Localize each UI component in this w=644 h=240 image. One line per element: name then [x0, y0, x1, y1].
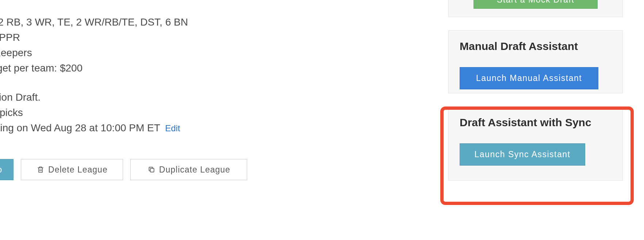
sidebar: Start a Mock Draft Manual Draft Assistan… — [448, 0, 623, 194]
league-details: B, 2 RB, 3 WR, TE, 2 WR/RB/TE, DST, 6 BN… — [0, 15, 314, 180]
draft-sync-panel: Draft Assistant with Sync Launch Sync As… — [448, 107, 623, 181]
launch-manual-assistant-button[interactable]: Launch Manual Assistant — [460, 67, 598, 89]
draft-sync-title: Draft Assistant with Sync — [460, 116, 612, 129]
duplicate-league-button[interactable]: Duplicate League — [130, 159, 247, 180]
mock-draft-panel: Start a Mock Draft — [448, 0, 623, 17]
draft-time-line: rafting on Wed Aug 28 at 10:00 PM ET Edi… — [0, 120, 314, 136]
delete-league-label: Delete League — [48, 165, 108, 175]
launch-sync-assistant-button[interactable]: Launch Sync Assistant — [460, 143, 585, 166]
trash-icon — [37, 166, 45, 174]
manual-draft-title: Manual Draft Assistant — [460, 40, 612, 53]
svg-rect-0 — [150, 169, 154, 172]
draft-time-text: rafting on Wed Aug 28 at 10:00 PM ET — [0, 122, 160, 133]
duplicate-icon — [147, 166, 156, 174]
yahoo-button[interactable]: hoo — [0, 159, 14, 180]
edit-draft-time-link[interactable]: Edit — [165, 123, 180, 133]
duplicate-league-label: Duplicate League — [159, 165, 230, 175]
scoring-line: alf PPR — [0, 30, 314, 45]
picks-line: 02 picks — [0, 105, 314, 120]
league-action-row: hoo Delete League Duplicate League — [0, 159, 314, 180]
roster-line: B, 2 RB, 3 WR, TE, 2 WR/RB/TE, DST, 6 BN — [0, 15, 314, 30]
yahoo-button-label: hoo — [0, 165, 2, 175]
budget-line: udget per team: $200 — [0, 61, 314, 76]
draft-type-line: uction Draft. — [0, 90, 314, 105]
start-mock-draft-button[interactable]: Start a Mock Draft — [474, 0, 598, 9]
manual-draft-panel: Manual Draft Assistant Launch Manual Ass… — [448, 30, 623, 93]
delete-league-button[interactable]: Delete League — [21, 159, 123, 180]
keepers-line: o Keepers — [0, 45, 314, 61]
